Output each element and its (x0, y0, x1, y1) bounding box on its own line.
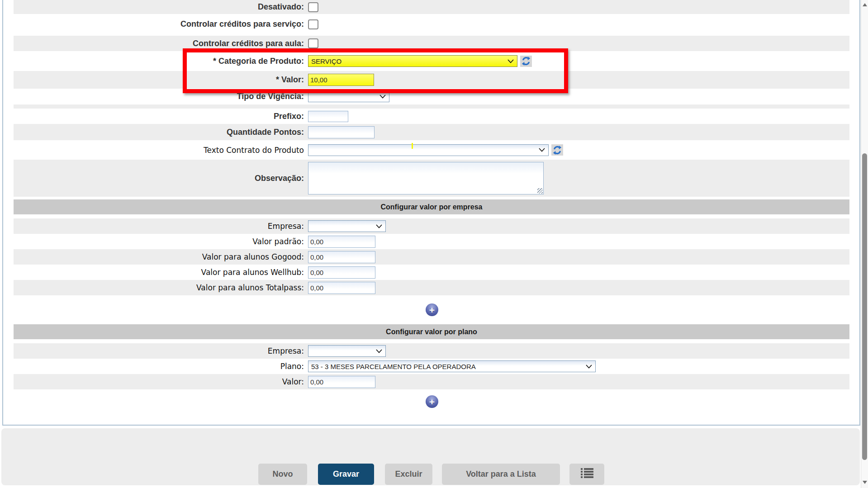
gravar-button[interactable]: Gravar (318, 464, 374, 485)
add-empresa-valor-button[interactable]: + (426, 303, 438, 316)
scroll-down-arrow[interactable] (863, 481, 867, 484)
refresh-icon[interactable] (551, 144, 563, 156)
desativado-label: Desativado: (14, 2, 308, 12)
annotation-red-box (183, 48, 568, 93)
scroll-up-arrow[interactable] (863, 3, 867, 6)
plus-icon: + (429, 397, 435, 407)
controlar-aula-label: Controlar créditos para aula: (14, 39, 308, 48)
valor-gogood-label: Valor para alunos Gogood: (14, 252, 308, 261)
plano-valor-label: Valor: (14, 377, 308, 386)
product-edit-page: Desativado: Controlar créditos para serv… (0, 0, 868, 488)
plano-select-value: 53 - 3 MESES PARCELAMENTO PELA OPERADORA (311, 363, 476, 370)
observacao-textarea[interactable] (308, 162, 544, 194)
chevron-down-icon (376, 349, 382, 353)
quantidade-pontos-label: Quantidade Pontos: (14, 128, 308, 137)
plus-icon: + (429, 305, 435, 315)
novo-button[interactable]: Novo (258, 464, 307, 485)
prefixo-input[interactable] (308, 111, 348, 122)
plano-section-title: Configurar valor por plano (386, 328, 477, 336)
valor-padrao-input[interactable] (308, 236, 375, 248)
desativado-checkbox[interactable] (308, 2, 318, 12)
caret-artifact (412, 143, 413, 149)
valor-gogood-input[interactable] (308, 251, 375, 263)
list-view-button[interactable] (569, 464, 604, 485)
plano-section-header: Configurar valor por plano (14, 324, 849, 339)
row-observacao: Observação: (14, 160, 849, 197)
valor-totalpass-label: Valor para alunos Totalpass: (14, 283, 308, 292)
texto-contrato-label: Texto Contrato do Produto (14, 146, 308, 155)
row-plano: Plano: 53 - 3 MESES PARCELAMENTO PELA OP… (14, 359, 849, 374)
controlar-servico-label: Controlar créditos para serviço: (14, 19, 308, 29)
valor-totalpass-input[interactable] (308, 282, 375, 294)
plano-valor-input[interactable] (308, 376, 375, 388)
empresa-label: Empresa: (14, 222, 308, 231)
valor-wellhub-label: Valor para alunos Wellhub: (14, 268, 308, 277)
observacao-label: Observação: (14, 174, 308, 183)
empresa-section-title: Configurar valor por empresa (381, 203, 483, 211)
row-valor-padrao: Valor padrão: (14, 234, 849, 249)
empresa-section-header: Configurar valor por empresa (14, 199, 849, 214)
chevron-down-icon (376, 224, 382, 228)
row-valor-gogood: Valor para alunos Gogood: (14, 249, 849, 265)
add-plano-valor-button[interactable]: + (426, 395, 438, 408)
row-valor-wellhub: Valor para alunos Wellhub: (14, 265, 849, 280)
vertical-scrollbar[interactable] (861, 0, 868, 488)
plano-empresa-select[interactable] (308, 345, 386, 357)
excluir-button[interactable]: Excluir (385, 464, 432, 485)
valor-padrao-label: Valor padrão: (14, 237, 308, 246)
row-valor-totalpass: Valor para alunos Totalpass: (14, 280, 849, 295)
empresa-select[interactable] (308, 220, 386, 232)
footer-action-bar: Novo Gravar Excluir Voltar para a Lista (1, 428, 860, 485)
controlar-aula-checkbox[interactable] (308, 38, 318, 48)
row-plano-empresa: Empresa: (14, 343, 849, 359)
spacer-row (14, 104, 849, 109)
valor-wellhub-input[interactable] (308, 266, 375, 279)
row-controlar-servico: Controlar créditos para serviço: (14, 17, 849, 31)
scrollbar-thumb[interactable] (862, 153, 867, 460)
plano-select[interactable]: 53 - 3 MESES PARCELAMENTO PELA OPERADORA (308, 360, 596, 372)
resize-grip-icon[interactable] (537, 188, 543, 194)
plano-empresa-label: Empresa: (14, 346, 308, 355)
list-icon (580, 468, 594, 481)
chevron-down-icon (586, 365, 592, 369)
plano-label: Plano: (14, 362, 308, 371)
chevron-down-icon (379, 95, 386, 99)
chevron-down-icon (539, 148, 545, 152)
prefixo-label: Prefixo: (14, 112, 308, 121)
texto-contrato-select[interactable] (308, 144, 549, 156)
quantidade-pontos-input[interactable] (308, 126, 375, 138)
controlar-servico-checkbox[interactable] (308, 19, 318, 29)
row-prefixo: Prefixo: (14, 109, 849, 124)
voltar-lista-button[interactable]: Voltar para a Lista (442, 464, 560, 485)
row-texto-contrato: Texto Contrato do Produto (14, 140, 849, 160)
row-plano-valor: Valor: (14, 374, 849, 389)
row-empresa: Empresa: (14, 218, 849, 234)
row-quantidade-pontos: Quantidade Pontos: (14, 124, 849, 140)
row-desativado: Desativado: (14, 0, 849, 14)
